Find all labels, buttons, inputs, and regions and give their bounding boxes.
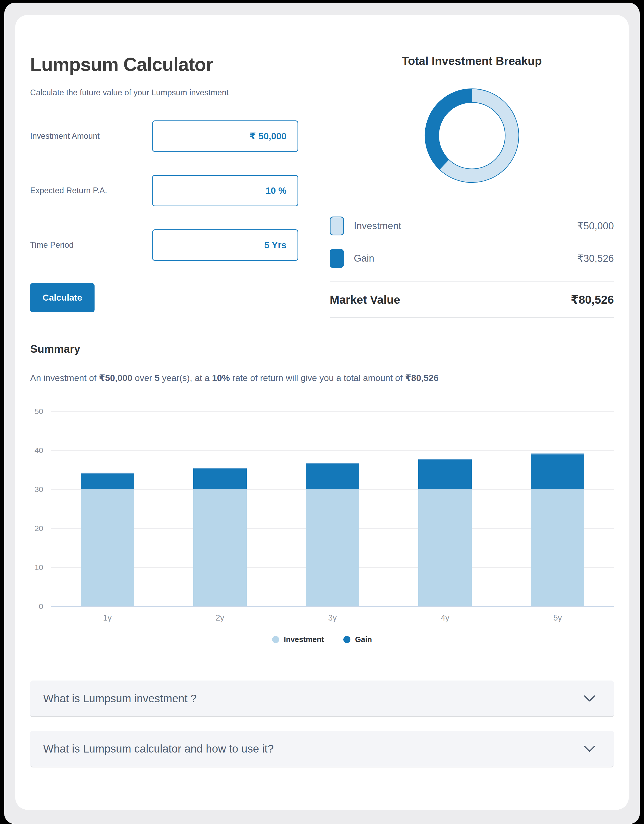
- x-axis-labels: 1y2y3y4y5y: [51, 613, 614, 623]
- investment-amount-label: Investment Amount: [30, 131, 152, 141]
- y-tick-label: 40: [28, 446, 43, 455]
- chart-legend-label: Investment: [284, 635, 324, 644]
- gain-legend-value: ₹30,526: [577, 253, 614, 264]
- bar-slot-4y: [389, 411, 501, 606]
- page-title: Lumpsum Calculator: [30, 55, 298, 74]
- gain-segment-2y: [193, 468, 247, 489]
- gain-swatch-icon: [330, 249, 344, 268]
- stacked-bar-3y: [306, 463, 359, 607]
- time-period-label: Time Period: [30, 240, 152, 250]
- legend-row-gain: Gain ₹30,526: [330, 249, 614, 268]
- expected-return-row: Expected Return P.A.: [30, 175, 298, 206]
- bar-slot-1y: [51, 411, 164, 606]
- investment-breakup-panel: Total Investment Breakup Investment ₹50,…: [330, 55, 614, 318]
- chart-legend-item-investment: Investment: [272, 635, 324, 644]
- gain-segment-3y: [306, 463, 359, 490]
- stacked-bar-2y: [193, 468, 247, 606]
- gain-segment-4y: [418, 459, 472, 489]
- investment-legend-label: Investment: [354, 220, 401, 231]
- summary-text: An investment of ₹50,000 over 5 year(s),…: [30, 373, 614, 383]
- summary-segment: rate of return will give you a total amo…: [230, 373, 405, 383]
- growth-chart: 01020304050 1y2y3y4y5y InvestmentGain: [30, 411, 614, 644]
- investment-segment-3y: [306, 489, 359, 606]
- expected-return-input[interactable]: [152, 175, 298, 206]
- y-tick-label: 50: [28, 407, 43, 416]
- market-value-amount: ₹80,526: [571, 293, 614, 306]
- chart-legend-label: Gain: [355, 635, 372, 644]
- calculator-card: Lumpsum Calculator Calculate the future …: [15, 15, 629, 810]
- expected-return-label: Expected Return P.A.: [30, 186, 152, 195]
- summary-segment: An investment of: [30, 373, 99, 383]
- investment-segment-2y: [193, 489, 247, 606]
- faq-section: What is Lumpsum investment ? What is Lum…: [30, 681, 614, 767]
- y-tick-label: 30: [28, 485, 43, 494]
- investment-breakup-donut: [423, 86, 520, 184]
- top-section: Lumpsum Calculator Calculate the future …: [30, 15, 614, 318]
- device-frame: Lumpsum Calculator Calculate the future …: [4, 3, 640, 824]
- calculate-button[interactable]: Calculate: [30, 283, 95, 312]
- chart-legend: InvestmentGain: [30, 635, 614, 644]
- y-tick-label: 20: [28, 524, 43, 533]
- market-value-label: Market Value: [330, 293, 400, 306]
- summary-highlight: ₹80,526: [405, 373, 439, 383]
- summary-highlight: 5: [155, 373, 160, 383]
- gain-dot-icon: [343, 636, 350, 643]
- bar-slot-5y: [501, 411, 614, 606]
- chevron-down-icon: [584, 695, 596, 702]
- investment-legend-value: ₹50,000: [577, 220, 614, 232]
- faq-question: What is Lumpsum investment ?: [43, 692, 197, 705]
- investment-segment-4y: [418, 489, 472, 606]
- faq-what-is-lumpsum[interactable]: What is Lumpsum investment ?: [30, 681, 614, 717]
- summary-segment: over: [132, 373, 155, 383]
- summary-segment: year(s), at a: [160, 373, 212, 383]
- summary-highlight: 10%: [212, 373, 230, 383]
- market-value-row: Market Value ₹80,526: [330, 282, 614, 317]
- investment-swatch-icon: [330, 217, 344, 235]
- faq-question: What is Lumpsum calculator and how to us…: [43, 743, 274, 755]
- x-tick-label-1y: 1y: [51, 613, 164, 623]
- investment-segment-1y: [81, 489, 134, 606]
- chevron-down-icon: [584, 745, 596, 753]
- breakup-legend: Investment ₹50,000 Gain ₹30,526: [330, 217, 614, 268]
- faq-what-is-lumpsum-calculator[interactable]: What is Lumpsum calculator and how to us…: [30, 731, 614, 767]
- stacked-bar-1y: [81, 473, 134, 606]
- investment-dot-icon: [272, 636, 279, 643]
- time-period-row: Time Period: [30, 229, 298, 261]
- x-tick-label-2y: 2y: [164, 613, 276, 623]
- gain-segment-1y: [81, 473, 134, 489]
- gain-segment-5y: [531, 454, 584, 489]
- x-tick-label-3y: 3y: [276, 613, 389, 623]
- chart-plot-area: 01020304050: [51, 411, 614, 606]
- investment-segment-5y: [531, 489, 584, 606]
- y-tick-label: 0: [28, 602, 43, 611]
- investment-amount-input[interactable]: [152, 120, 298, 152]
- time-period-input[interactable]: [152, 229, 298, 261]
- gain-legend-label: Gain: [354, 253, 374, 264]
- x-tick-label-4y: 4y: [389, 613, 501, 623]
- y-tick-label: 10: [28, 563, 43, 572]
- divider: [330, 317, 614, 318]
- bar-slot-2y: [164, 411, 276, 606]
- breakup-heading: Total Investment Breakup: [330, 55, 614, 67]
- summary-heading: Summary: [30, 343, 614, 355]
- page-subtitle: Calculate the future value of your Lumps…: [30, 88, 298, 97]
- bar-slot-3y: [276, 411, 389, 606]
- summary-highlight: ₹50,000: [99, 373, 132, 383]
- stacked-bar-5y: [531, 454, 584, 606]
- stacked-bar-4y: [418, 459, 472, 606]
- legend-row-investment: Investment ₹50,000: [330, 217, 614, 235]
- calculator-form: Lumpsum Calculator Calculate the future …: [30, 55, 298, 318]
- investment-amount-row: Investment Amount: [30, 120, 298, 152]
- chart-legend-item-gain: Gain: [343, 635, 372, 644]
- x-tick-label-5y: 5y: [501, 613, 614, 623]
- donut-chart-wrap: [330, 86, 614, 184]
- bars-container: [51, 411, 614, 606]
